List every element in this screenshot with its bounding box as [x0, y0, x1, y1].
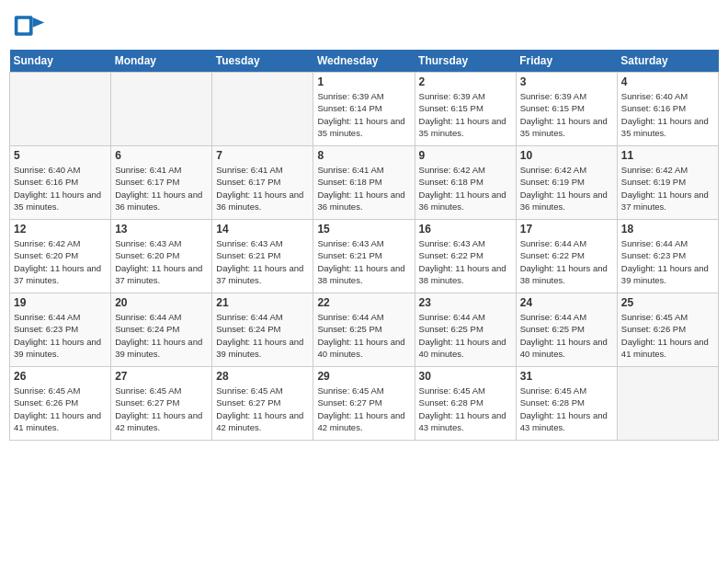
sunset-label: Sunset: 6:15 PM — [520, 103, 585, 113]
day-info: Sunrise: 6:45 AMSunset: 6:28 PMDaylight:… — [419, 385, 512, 433]
daylight-label: Daylight: 11 hours and 40 minutes. — [520, 337, 608, 359]
sunrise-label: Sunrise: 6:42 AM — [621, 165, 688, 175]
calendar-week-row: 12Sunrise: 6:42 AMSunset: 6:20 PMDayligh… — [10, 220, 719, 293]
sunrise-label: Sunrise: 6:45 AM — [317, 385, 383, 396]
daylight-label: Daylight: 11 hours and 41 minutes. — [14, 410, 101, 432]
weekday-header: Sunday — [10, 50, 111, 73]
daylight-label: Daylight: 11 hours and 38 minutes. — [317, 263, 404, 285]
day-number: 6 — [115, 149, 208, 162]
sunrise-label: Sunrise: 6:44 AM — [621, 238, 688, 248]
sunrise-label: Sunrise: 6:39 AM — [317, 91, 383, 101]
calendar-cell: 2Sunrise: 6:39 AMSunset: 6:15 PMDaylight… — [415, 73, 516, 146]
daylight-label: Daylight: 11 hours and 43 minutes. — [520, 410, 608, 432]
sunrise-label: Sunrise: 6:45 AM — [14, 385, 80, 396]
day-number: 4 — [621, 75, 714, 88]
day-info: Sunrise: 6:45 AMSunset: 6:26 PMDaylight:… — [14, 385, 107, 433]
sunset-label: Sunset: 6:17 PM — [115, 177, 179, 187]
calendar-header: SundayMondayTuesdayWednesdayThursdayFrid… — [10, 50, 719, 73]
sunrise-label: Sunrise: 6:44 AM — [520, 312, 586, 322]
sunrise-label: Sunrise: 6:45 AM — [621, 312, 688, 322]
sunrise-label: Sunrise: 6:43 AM — [216, 238, 282, 248]
logo-icon — [13, 9, 46, 42]
daylight-label: Daylight: 11 hours and 38 minutes. — [520, 263, 608, 285]
day-number: 22 — [317, 296, 410, 309]
day-number: 19 — [14, 296, 107, 309]
sunrise-label: Sunrise: 6:45 AM — [216, 385, 282, 396]
day-info: Sunrise: 6:43 AMSunset: 6:21 PMDaylight:… — [216, 237, 309, 286]
calendar-cell: 7Sunrise: 6:41 AMSunset: 6:17 PMDaylight… — [212, 146, 313, 220]
sunset-label: Sunset: 6:17 PM — [216, 177, 280, 187]
daylight-label: Daylight: 11 hours and 42 minutes. — [317, 410, 404, 432]
day-number: 3 — [520, 75, 613, 88]
sunset-label: Sunset: 6:25 PM — [520, 324, 585, 334]
calendar-body: 1Sunrise: 6:39 AMSunset: 6:14 PMDaylight… — [10, 73, 719, 441]
day-info: Sunrise: 6:44 AMSunset: 6:25 PMDaylight:… — [317, 311, 410, 360]
day-info: Sunrise: 6:45 AMSunset: 6:28 PMDaylight:… — [520, 385, 613, 433]
sunset-label: Sunset: 6:27 PM — [115, 397, 179, 408]
day-info: Sunrise: 6:45 AMSunset: 6:27 PMDaylight:… — [317, 385, 410, 433]
sunset-label: Sunset: 6:26 PM — [14, 397, 78, 408]
daylight-label: Daylight: 11 hours and 39 minutes. — [14, 337, 101, 359]
calendar-cell — [617, 367, 718, 441]
calendar-cell: 22Sunrise: 6:44 AMSunset: 6:25 PMDayligh… — [313, 293, 415, 367]
daylight-label: Daylight: 11 hours and 39 minutes. — [216, 337, 303, 359]
calendar-cell: 8Sunrise: 6:41 AMSunset: 6:18 PMDaylight… — [313, 146, 415, 220]
calendar-cell: 19Sunrise: 6:44 AMSunset: 6:23 PMDayligh… — [10, 293, 111, 367]
calendar-cell: 6Sunrise: 6:41 AMSunset: 6:17 PMDaylight… — [111, 146, 212, 220]
daylight-label: Daylight: 11 hours and 35 minutes. — [14, 190, 101, 212]
calendar-cell — [212, 73, 313, 146]
calendar-cell: 16Sunrise: 6:43 AMSunset: 6:22 PMDayligh… — [415, 220, 516, 293]
sunrise-label: Sunrise: 6:40 AM — [621, 91, 688, 101]
daylight-label: Daylight: 11 hours and 39 minutes. — [621, 263, 709, 285]
sunset-label: Sunset: 6:18 PM — [419, 177, 483, 187]
daylight-label: Daylight: 11 hours and 36 minutes. — [317, 190, 404, 212]
day-number: 30 — [419, 370, 512, 383]
sunset-label: Sunset: 6:18 PM — [317, 177, 381, 187]
calendar-cell: 21Sunrise: 6:44 AMSunset: 6:24 PMDayligh… — [212, 293, 313, 367]
sunset-label: Sunset: 6:25 PM — [419, 324, 483, 334]
day-info: Sunrise: 6:43 AMSunset: 6:22 PMDaylight:… — [419, 237, 512, 286]
weekday-header: Friday — [516, 50, 617, 73]
calendar-cell: 18Sunrise: 6:44 AMSunset: 6:23 PMDayligh… — [617, 220, 718, 293]
calendar-cell: 29Sunrise: 6:45 AMSunset: 6:27 PMDayligh… — [313, 367, 415, 441]
weekday-header: Tuesday — [212, 50, 313, 73]
day-number: 8 — [317, 149, 410, 162]
day-number: 16 — [419, 223, 512, 236]
day-number: 26 — [14, 370, 107, 383]
daylight-label: Daylight: 11 hours and 37 minutes. — [216, 263, 303, 285]
day-number: 11 — [621, 149, 714, 162]
daylight-label: Daylight: 11 hours and 37 minutes. — [115, 263, 202, 285]
day-info: Sunrise: 6:44 AMSunset: 6:22 PMDaylight:… — [520, 237, 613, 286]
calendar-cell: 11Sunrise: 6:42 AMSunset: 6:19 PMDayligh… — [617, 146, 718, 220]
day-number: 27 — [115, 370, 208, 383]
day-number: 31 — [520, 370, 613, 383]
daylight-label: Daylight: 11 hours and 40 minutes. — [419, 337, 506, 359]
day-info: Sunrise: 6:44 AMSunset: 6:24 PMDaylight:… — [115, 311, 208, 360]
day-number: 28 — [216, 370, 309, 383]
day-info: Sunrise: 6:40 AMSunset: 6:16 PMDaylight:… — [621, 90, 714, 139]
calendar-cell: 30Sunrise: 6:45 AMSunset: 6:28 PMDayligh… — [415, 367, 516, 441]
sunset-label: Sunset: 6:21 PM — [216, 250, 280, 260]
day-info: Sunrise: 6:41 AMSunset: 6:17 PMDaylight:… — [216, 164, 309, 213]
logo — [13, 9, 48, 42]
sunrise-label: Sunrise: 6:39 AM — [419, 91, 485, 101]
calendar-cell: 24Sunrise: 6:44 AMSunset: 6:25 PMDayligh… — [516, 293, 617, 367]
sunset-label: Sunset: 6:16 PM — [621, 103, 686, 113]
day-number: 20 — [115, 296, 208, 309]
weekday-header: Thursday — [415, 50, 516, 73]
daylight-label: Daylight: 11 hours and 42 minutes. — [115, 410, 202, 432]
daylight-label: Daylight: 11 hours and 35 minutes. — [419, 116, 506, 138]
daylight-label: Daylight: 11 hours and 38 minutes. — [419, 263, 506, 285]
calendar-cell: 10Sunrise: 6:42 AMSunset: 6:19 PMDayligh… — [516, 146, 617, 220]
calendar-cell: 28Sunrise: 6:45 AMSunset: 6:27 PMDayligh… — [212, 367, 313, 441]
sunset-label: Sunset: 6:19 PM — [520, 177, 585, 187]
calendar-cell: 14Sunrise: 6:43 AMSunset: 6:21 PMDayligh… — [212, 220, 313, 293]
calendar-cell: 23Sunrise: 6:44 AMSunset: 6:25 PMDayligh… — [415, 293, 516, 367]
sunset-label: Sunset: 6:15 PM — [419, 103, 483, 113]
calendar-week-row: 5Sunrise: 6:40 AMSunset: 6:16 PMDaylight… — [10, 146, 719, 220]
calendar-cell — [111, 73, 212, 146]
day-info: Sunrise: 6:44 AMSunset: 6:25 PMDaylight:… — [520, 311, 613, 360]
calendar-cell — [10, 73, 111, 146]
calendar-cell: 9Sunrise: 6:42 AMSunset: 6:18 PMDaylight… — [415, 146, 516, 220]
day-info: Sunrise: 6:41 AMSunset: 6:17 PMDaylight:… — [115, 164, 208, 213]
